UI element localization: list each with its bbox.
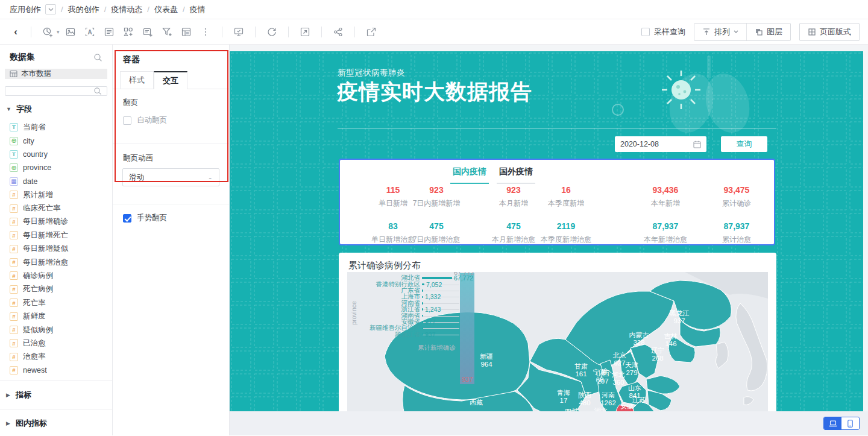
province-value: 146 bbox=[664, 340, 678, 348]
gesture-paging-checkbox[interactable]: 手势翻页 bbox=[113, 206, 229, 223]
refresh-icon[interactable] bbox=[263, 24, 280, 40]
publish-icon[interactable] bbox=[363, 24, 380, 40]
checkbox-unchecked[interactable] bbox=[641, 28, 650, 36]
province-label: 河南 1262 bbox=[600, 391, 616, 407]
field-item[interactable]: # 死亡病例 bbox=[0, 283, 112, 296]
fullscreen-icon[interactable] bbox=[297, 24, 313, 40]
share-icon[interactable] bbox=[330, 24, 347, 40]
layers-button[interactable]: 图层 bbox=[746, 24, 790, 40]
preview-icon[interactable] bbox=[230, 24, 247, 40]
tab-interaction[interactable]: 交互 bbox=[154, 71, 187, 89]
checkbox-checked[interactable] bbox=[123, 214, 131, 223]
canvas-footer bbox=[230, 411, 868, 435]
stat-item: 16 本季度新增 bbox=[548, 185, 584, 209]
field-item[interactable]: # 临床死亡率 bbox=[0, 201, 112, 215]
field-item[interactable]: # 累计新增 bbox=[0, 188, 112, 201]
field-item[interactable]: ⊕ city bbox=[0, 134, 112, 147]
province-name: 新疆 bbox=[480, 353, 493, 361]
china-map[interactable]: province 湖北省 67,772 bbox=[347, 272, 768, 411]
bar bbox=[422, 302, 423, 305]
field-name: province bbox=[23, 163, 51, 172]
add-container-icon[interactable] bbox=[178, 24, 195, 40]
stat-item: 2119 本季度新增治愈 bbox=[541, 221, 591, 245]
field-item[interactable]: # 治愈率 bbox=[0, 350, 112, 364]
breadcrumb-item-page[interactable]: 疫情 bbox=[190, 4, 206, 15]
paging-animation-select[interactable]: 滑动 ⌄ bbox=[122, 168, 219, 186]
hubei-gradient-bar bbox=[460, 273, 474, 384]
province-name: 天津 bbox=[625, 361, 638, 369]
breadcrumb: 应用创作 / 我的创作 / 疫情动态 / 仪表盘 / 疫情 bbox=[0, 0, 868, 19]
dashboard-title: 疫情实时大数据报告 bbox=[337, 78, 532, 106]
add-shape-icon[interactable] bbox=[120, 24, 137, 40]
more-icon[interactable] bbox=[197, 24, 214, 40]
bar bbox=[422, 289, 423, 292]
add-chart-icon[interactable] bbox=[39, 24, 56, 40]
add-text-icon[interactable]: A bbox=[81, 24, 98, 40]
field-name: 已治愈 bbox=[23, 338, 46, 349]
tab-overseas[interactable]: 国外疫情 bbox=[497, 166, 535, 184]
add-image-icon[interactable] bbox=[62, 24, 79, 40]
province-label: 吉林 146 bbox=[664, 332, 678, 348]
map-card[interactable]: 累计确诊病例分布 bbox=[339, 253, 776, 411]
bar-category-label: 黑龙江省 bbox=[347, 330, 420, 339]
field-item[interactable]: # 每日新增疑似 bbox=[0, 242, 112, 256]
fields-section-header[interactable]: ▼ 字段 bbox=[0, 96, 112, 118]
breadcrumb-item-project[interactable]: 疫情动态 bbox=[111, 4, 142, 15]
mobile-toggle-button[interactable] bbox=[841, 417, 859, 429]
stat-label: 累计治愈 bbox=[722, 235, 751, 245]
field-search-input[interactable] bbox=[5, 86, 107, 96]
province-label: 甘肃 161 bbox=[574, 362, 588, 378]
stat-item: 87,937 本年新增治愈 bbox=[644, 221, 687, 245]
field-name: 每日新增确诊 bbox=[23, 216, 68, 227]
auto-paging-checkbox[interactable]: 自动翻页 bbox=[113, 108, 229, 125]
field-item[interactable]: # 已治愈 bbox=[0, 336, 112, 350]
tab-domestic[interactable]: 国内疫情 bbox=[450, 166, 489, 184]
field-item[interactable]: T country bbox=[0, 148, 112, 161]
field-item[interactable]: # 每日新增确诊 bbox=[0, 215, 112, 229]
field-item[interactable]: # 死亡率 bbox=[0, 296, 112, 309]
field-item[interactable]: ⊕ province bbox=[0, 161, 112, 174]
dataset-item-selected[interactable]: 本市数据 bbox=[5, 69, 107, 79]
province-name: 陕西 bbox=[578, 391, 591, 399]
field-item[interactable]: ▦ date bbox=[0, 175, 112, 188]
arrange-button[interactable]: 排列 bbox=[694, 24, 746, 40]
sample-query-checkbox[interactable]: 采样查询 bbox=[641, 27, 685, 37]
chevron-down-icon[interactable] bbox=[45, 4, 56, 14]
field-item[interactable]: # 确诊病例 bbox=[0, 269, 112, 282]
date-picker-input[interactable]: 2020-12-08 bbox=[615, 136, 706, 152]
field-item[interactable]: T 当前省 bbox=[0, 121, 112, 134]
add-detail-table-icon[interactable] bbox=[101, 24, 118, 40]
add-filter-icon[interactable] bbox=[159, 24, 175, 40]
field-item[interactable]: # 每日新增死亡 bbox=[0, 229, 112, 242]
field-name: 疑似病例 bbox=[23, 325, 53, 335]
checkbox-unchecked[interactable] bbox=[123, 116, 131, 125]
back-button[interactable]: ‹ bbox=[8, 26, 23, 38]
province-label: 山西 207 bbox=[596, 370, 609, 385]
field-name: city bbox=[23, 137, 34, 145]
breadcrumb-item-dashboard[interactable]: 仪表盘 bbox=[154, 4, 178, 15]
add-control-icon[interactable] bbox=[139, 24, 156, 40]
breadcrumb-item-my-creation[interactable]: 我的创作 bbox=[68, 4, 99, 15]
desktop-toggle-button[interactable] bbox=[824, 417, 841, 429]
field-item[interactable]: # newest bbox=[0, 364, 112, 377]
field-item[interactable]: # 每日新增治愈 bbox=[0, 256, 112, 269]
search-icon[interactable] bbox=[93, 53, 102, 62]
province-name: 青海 bbox=[557, 389, 570, 397]
stats-card[interactable]: 国内疫情 国外疫情 115 单日新增 923 7日内新增新增 bbox=[339, 159, 775, 245]
toolbar: ‹ ▾ A bbox=[0, 19, 868, 45]
breadcrumb-app-menu[interactable]: 应用创作 bbox=[10, 4, 41, 15]
field-item[interactable]: # 新鲜度 bbox=[0, 309, 112, 323]
field-name: newest bbox=[23, 366, 47, 374]
sidebar-section-chart-measures[interactable]: ▶ 图内指标 bbox=[0, 409, 112, 435]
dashboard-board[interactable]: 新型冠状病毒肺炎 疫情实时大数据报告 2020-12-08 查询 国内疫情 国外… bbox=[230, 51, 863, 411]
tab-style[interactable]: 样式 bbox=[120, 71, 154, 89]
dashboard-canvas[interactable]: 新型冠状病毒肺炎 疫情实时大数据报告 2020-12-08 查询 国内疫情 国外… bbox=[230, 45, 868, 435]
page-layout-button[interactable]: 页面版式 bbox=[799, 23, 860, 41]
field-item[interactable]: # 疑似病例 bbox=[0, 323, 112, 336]
sidebar-section-measures[interactable]: ▶ 指标 bbox=[0, 381, 112, 409]
query-button[interactable]: 查询 bbox=[721, 136, 767, 152]
chevron-down-icon[interactable]: ▾ bbox=[57, 29, 60, 35]
stat-label: 本季度新增 bbox=[548, 198, 584, 209]
stat-item: 93,475 累计确诊 bbox=[722, 185, 751, 209]
province-name: 河北 bbox=[612, 371, 625, 379]
